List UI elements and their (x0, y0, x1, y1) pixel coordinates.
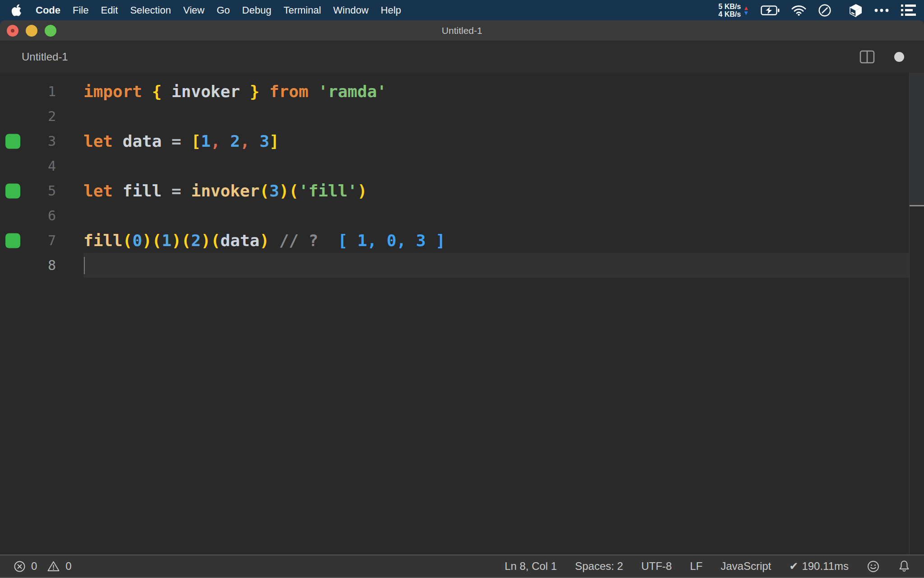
eol-setting[interactable]: LF (690, 560, 702, 573)
code-line-3[interactable]: 3let data = [1, 2, 3] (0, 129, 924, 154)
problems-indicator[interactable]: 0 0 (14, 560, 76, 573)
line-number[interactable]: 7 (27, 228, 56, 253)
scrollbar-thumb[interactable] (910, 205, 924, 206)
code-line-4[interactable]: 4 (0, 154, 924, 178)
code-token: ) (357, 182, 367, 200)
encoding-setting[interactable]: UTF-8 (641, 560, 672, 573)
zoom-button[interactable] (45, 25, 56, 37)
code-token: 3 (269, 182, 279, 200)
gutter-marker-column (0, 228, 27, 253)
code-token: data (221, 231, 260, 250)
perf-value: 190.11ms (802, 560, 849, 573)
menu-item-debug[interactable]: Debug (242, 5, 272, 16)
code-token: ( (289, 182, 299, 200)
scrollbar-slider[interactable] (910, 73, 924, 206)
code-token (240, 82, 250, 101)
menu-item-selection[interactable]: Selection (130, 5, 171, 16)
tab-untitled-1[interactable]: Untitled-1 (22, 51, 68, 63)
menu-item-view[interactable]: View (183, 5, 204, 16)
network-speed-text: 5 KB/s 4 KB/s (718, 3, 741, 18)
line-number[interactable]: 8 (27, 253, 56, 278)
minimize-button[interactable] (26, 25, 37, 37)
line-number[interactable]: 1 (27, 79, 56, 104)
code-line-1[interactable]: 1import { invoker } from 'ramda' (0, 79, 924, 104)
notifications-bell-icon[interactable] (898, 559, 910, 573)
menu-item-window[interactable]: Window (333, 5, 369, 16)
code-line-5[interactable]: 5let fill = invoker(3)('fill') (0, 178, 924, 203)
tab-bar: Untitled-1 (0, 41, 924, 73)
gutter-marker-column (0, 178, 27, 203)
code-token (162, 182, 171, 200)
code-token: 1 (201, 132, 211, 150)
split-editor-button[interactable] (859, 49, 875, 65)
quokka-perf[interactable]: ✔ 190.11ms (789, 560, 849, 573)
menu-item-edit[interactable]: Edit (101, 5, 118, 16)
code-line-2[interactable]: 2 (0, 104, 924, 129)
code-line-7[interactable]: 7fill(0)(1)(2)(data) // ? [ 1, 0, 3 ] (0, 228, 924, 253)
code-text (83, 104, 909, 129)
code-token: ( (181, 231, 191, 250)
line-number[interactable]: 6 (27, 203, 56, 228)
menu-item-help[interactable]: Help (381, 5, 401, 16)
line-number[interactable]: 5 (27, 178, 56, 203)
battery-charging-icon[interactable] (761, 5, 780, 16)
code-token: } (250, 82, 260, 101)
indentation-setting[interactable]: Spaces: 2 (575, 560, 623, 573)
code-token: { (152, 82, 162, 101)
title-bar[interactable]: Untitled-1 (0, 20, 924, 41)
menubar-status-area: 5 KB/s 4 KB/s ▲ ▼ (718, 3, 924, 18)
gutter-marker-column (0, 104, 27, 129)
traffic-lights (7, 20, 56, 41)
network-speed-indicator[interactable]: 5 KB/s 4 KB/s ▲ ▼ (718, 3, 749, 18)
code-token: 'ramda' (318, 82, 387, 101)
circle-slash-icon[interactable] (818, 4, 832, 17)
code-token: ) (279, 182, 289, 200)
check-icon: ✔ (789, 560, 798, 573)
gutter-marker-column (0, 203, 27, 228)
scrollbar-divider (909, 73, 910, 555)
wifi-icon[interactable] (791, 5, 806, 16)
code-line-8[interactable]: 8 (0, 253, 924, 278)
gutter-marker-column (0, 253, 27, 278)
menu-bar: CodeFileEditSelectionViewGoDebugTerminal… (0, 0, 924, 20)
code-token: import (83, 82, 142, 101)
code-token: data (123, 132, 162, 150)
status-bar-right: Ln 8, Col 1 Spaces: 2 UTF-8 LF JavaScrip… (504, 559, 910, 573)
code-token (181, 182, 191, 200)
code-token: fill (123, 182, 162, 200)
code-token: [ (191, 132, 201, 150)
line-number[interactable]: 4 (27, 154, 56, 178)
code-token: ( (211, 231, 221, 250)
code-token: invoker (171, 82, 240, 101)
download-arrow-icon: ▼ (743, 10, 749, 15)
code-token (318, 231, 337, 250)
cube-icon[interactable] (850, 4, 862, 17)
code-line-6[interactable]: 6 (0, 203, 924, 228)
code-editor[interactable]: 1import { invoker } from 'ramda'23let da… (0, 73, 924, 555)
code-token (309, 82, 319, 101)
list-icon[interactable] (901, 4, 916, 16)
menu-item-file[interactable]: File (73, 5, 88, 16)
warning-icon (47, 560, 60, 572)
code-token: [ 1, 0, 3 ] (338, 231, 445, 250)
code-token: 2 (230, 132, 240, 150)
line-number[interactable]: 3 (27, 129, 56, 154)
apple-menu-icon[interactable] (11, 4, 22, 17)
gutter-marker-column (0, 154, 27, 178)
feedback-smiley-icon[interactable] (867, 560, 880, 573)
line-number[interactable]: 2 (27, 104, 56, 129)
language-mode[interactable]: JavaScript (721, 560, 771, 573)
unsaved-changes-indicator (894, 52, 904, 62)
code-token: = (171, 182, 181, 200)
code-text (83, 154, 909, 178)
menu-items: CodeFileEditSelectionViewGoDebugTerminal… (36, 5, 401, 16)
close-button[interactable] (7, 25, 18, 37)
code-token: invoker (191, 182, 259, 200)
menu-item-go[interactable]: Go (217, 5, 230, 16)
menu-item-terminal[interactable]: Terminal (283, 5, 321, 16)
code-token (142, 82, 152, 101)
more-dots-icon[interactable] (874, 8, 889, 13)
cursor-position[interactable]: Ln 8, Col 1 (504, 560, 557, 573)
menu-item-code[interactable]: Code (36, 5, 60, 16)
quokka-marker-icon (5, 134, 20, 149)
